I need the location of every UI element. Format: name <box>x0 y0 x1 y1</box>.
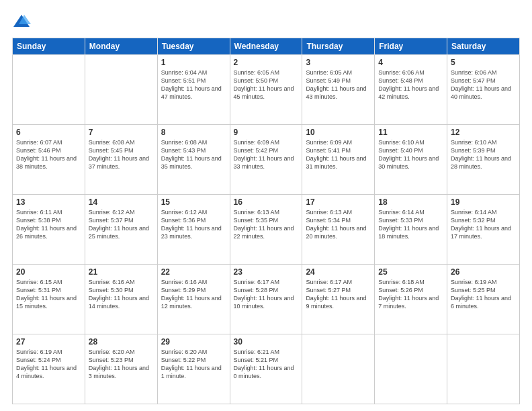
day-info: Sunrise: 6:12 AM Sunset: 5:37 PM Dayligh… <box>89 208 154 241</box>
calendar-cell: 21Sunrise: 6:16 AM Sunset: 5:30 PM Dayli… <box>85 265 157 334</box>
calendar-cell <box>375 334 447 404</box>
calendar-cell: 19Sunrise: 6:14 AM Sunset: 5:32 PM Dayli… <box>447 195 520 265</box>
day-info: Sunrise: 6:14 AM Sunset: 5:32 PM Dayligh… <box>451 208 516 241</box>
day-number: 5 <box>451 58 516 67</box>
day-info: Sunrise: 6:21 AM Sunset: 5:21 PM Dayligh… <box>234 348 299 381</box>
day-number: 3 <box>306 58 371 67</box>
day-info: Sunrise: 6:10 AM Sunset: 5:40 PM Dayligh… <box>378 138 443 171</box>
day-info: Sunrise: 6:05 AM Sunset: 5:50 PM Dayligh… <box>234 68 299 101</box>
calendar-cell: 16Sunrise: 6:13 AM Sunset: 5:35 PM Dayli… <box>230 195 302 265</box>
week-row-4: 27Sunrise: 6:19 AM Sunset: 5:24 PM Dayli… <box>13 334 520 404</box>
day-number: 7 <box>89 128 154 137</box>
calendar-cell: 5Sunrise: 6:06 AM Sunset: 5:47 PM Daylig… <box>447 55 520 125</box>
calendar-cell: 4Sunrise: 6:06 AM Sunset: 5:48 PM Daylig… <box>375 55 447 125</box>
day-number: 28 <box>89 337 154 347</box>
day-info: Sunrise: 6:19 AM Sunset: 5:25 PM Dayligh… <box>451 278 516 311</box>
day-number: 24 <box>306 267 371 277</box>
header-day-saturday: Saturday <box>447 38 520 55</box>
day-number: 25 <box>378 267 443 277</box>
day-info: Sunrise: 6:09 AM Sunset: 5:41 PM Dayligh… <box>306 138 371 171</box>
calendar-cell: 20Sunrise: 6:15 AM Sunset: 5:31 PM Dayli… <box>13 265 85 334</box>
calendar-body: 1Sunrise: 6:04 AM Sunset: 5:51 PM Daylig… <box>13 55 520 404</box>
day-number: 6 <box>16 128 81 137</box>
day-number: 27 <box>16 337 81 347</box>
day-number: 14 <box>89 197 154 207</box>
calendar-cell: 22Sunrise: 6:16 AM Sunset: 5:29 PM Dayli… <box>157 265 230 334</box>
calendar-cell: 2Sunrise: 6:05 AM Sunset: 5:50 PM Daylig… <box>230 55 302 125</box>
day-number: 29 <box>161 337 226 347</box>
calendar-cell: 30Sunrise: 6:21 AM Sunset: 5:21 PM Dayli… <box>230 334 302 404</box>
calendar-cell: 11Sunrise: 6:10 AM Sunset: 5:40 PM Dayli… <box>375 125 447 195</box>
week-row-0: 1Sunrise: 6:04 AM Sunset: 5:51 PM Daylig… <box>13 55 520 125</box>
day-info: Sunrise: 6:20 AM Sunset: 5:23 PM Dayligh… <box>89 348 154 381</box>
calendar-cell: 17Sunrise: 6:13 AM Sunset: 5:34 PM Dayli… <box>302 195 375 265</box>
calendar-cell: 6Sunrise: 6:07 AM Sunset: 5:46 PM Daylig… <box>13 125 85 195</box>
day-info: Sunrise: 6:17 AM Sunset: 5:27 PM Dayligh… <box>306 278 371 311</box>
calendar-cell: 12Sunrise: 6:10 AM Sunset: 5:39 PM Dayli… <box>447 125 520 195</box>
calendar-cell: 10Sunrise: 6:09 AM Sunset: 5:41 PM Dayli… <box>302 125 375 195</box>
header-day-monday: Monday <box>85 38 157 55</box>
day-info: Sunrise: 6:08 AM Sunset: 5:43 PM Dayligh… <box>161 138 226 171</box>
day-number: 18 <box>378 197 443 207</box>
day-number: 10 <box>306 128 371 137</box>
calendar-cell <box>302 334 375 404</box>
logo-icon <box>12 12 31 31</box>
day-number: 13 <box>16 197 81 207</box>
calendar-cell: 26Sunrise: 6:19 AM Sunset: 5:25 PM Dayli… <box>447 265 520 334</box>
day-number: 15 <box>161 197 226 207</box>
header-day-friday: Friday <box>375 38 447 55</box>
day-number: 1 <box>161 58 226 67</box>
calendar-cell: 28Sunrise: 6:20 AM Sunset: 5:23 PM Dayli… <box>85 334 157 404</box>
week-row-3: 20Sunrise: 6:15 AM Sunset: 5:31 PM Dayli… <box>13 265 520 334</box>
calendar-header: SundayMondayTuesdayWednesdayThursdayFrid… <box>13 38 520 55</box>
day-info: Sunrise: 6:16 AM Sunset: 5:30 PM Dayligh… <box>89 278 154 311</box>
calendar-table: SundayMondayTuesdayWednesdayThursdayFrid… <box>12 38 520 404</box>
day-info: Sunrise: 6:11 AM Sunset: 5:38 PM Dayligh… <box>16 208 81 241</box>
day-number: 17 <box>306 197 371 207</box>
page: SundayMondayTuesdayWednesdayThursdayFrid… <box>0 0 532 411</box>
day-info: Sunrise: 6:09 AM Sunset: 5:42 PM Dayligh… <box>234 138 299 171</box>
day-info: Sunrise: 6:16 AM Sunset: 5:29 PM Dayligh… <box>161 278 226 311</box>
week-row-2: 13Sunrise: 6:11 AM Sunset: 5:38 PM Dayli… <box>13 195 520 265</box>
day-number: 11 <box>378 128 443 137</box>
header-day-thursday: Thursday <box>302 38 375 55</box>
calendar-cell: 29Sunrise: 6:20 AM Sunset: 5:22 PM Dayli… <box>157 334 230 404</box>
day-info: Sunrise: 6:20 AM Sunset: 5:22 PM Dayligh… <box>161 348 226 381</box>
calendar-cell: 15Sunrise: 6:12 AM Sunset: 5:36 PM Dayli… <box>157 195 230 265</box>
header <box>12 12 520 31</box>
day-info: Sunrise: 6:13 AM Sunset: 5:34 PM Dayligh… <box>306 208 371 241</box>
day-number: 16 <box>234 197 299 207</box>
day-info: Sunrise: 6:08 AM Sunset: 5:45 PM Dayligh… <box>89 138 154 171</box>
day-info: Sunrise: 6:14 AM Sunset: 5:33 PM Dayligh… <box>378 208 443 241</box>
day-number: 30 <box>234 337 299 347</box>
header-day-wednesday: Wednesday <box>230 38 302 55</box>
calendar-cell: 25Sunrise: 6:18 AM Sunset: 5:26 PM Dayli… <box>375 265 447 334</box>
calendar-cell: 27Sunrise: 6:19 AM Sunset: 5:24 PM Dayli… <box>13 334 85 404</box>
day-number: 23 <box>234 267 299 277</box>
calendar-cell <box>447 334 520 404</box>
day-number: 21 <box>89 267 154 277</box>
calendar-cell: 18Sunrise: 6:14 AM Sunset: 5:33 PM Dayli… <box>375 195 447 265</box>
day-info: Sunrise: 6:10 AM Sunset: 5:39 PM Dayligh… <box>451 138 516 171</box>
header-day-sunday: Sunday <box>13 38 85 55</box>
day-number: 19 <box>451 197 516 207</box>
calendar-cell: 14Sunrise: 6:12 AM Sunset: 5:37 PM Dayli… <box>85 195 157 265</box>
day-number: 9 <box>234 128 299 137</box>
header-row: SundayMondayTuesdayWednesdayThursdayFrid… <box>13 38 520 55</box>
calendar-cell <box>85 55 157 125</box>
calendar-cell: 7Sunrise: 6:08 AM Sunset: 5:45 PM Daylig… <box>85 125 157 195</box>
calendar-cell: 3Sunrise: 6:05 AM Sunset: 5:49 PM Daylig… <box>302 55 375 125</box>
day-number: 12 <box>451 128 516 137</box>
day-info: Sunrise: 6:15 AM Sunset: 5:31 PM Dayligh… <box>16 278 81 311</box>
day-info: Sunrise: 6:17 AM Sunset: 5:28 PM Dayligh… <box>234 278 299 311</box>
day-info: Sunrise: 6:19 AM Sunset: 5:24 PM Dayligh… <box>16 348 81 381</box>
day-info: Sunrise: 6:12 AM Sunset: 5:36 PM Dayligh… <box>161 208 226 241</box>
calendar-cell: 9Sunrise: 6:09 AM Sunset: 5:42 PM Daylig… <box>230 125 302 195</box>
day-number: 22 <box>161 267 226 277</box>
calendar-cell <box>13 55 85 125</box>
calendar-cell: 8Sunrise: 6:08 AM Sunset: 5:43 PM Daylig… <box>157 125 230 195</box>
calendar-cell: 24Sunrise: 6:17 AM Sunset: 5:27 PM Dayli… <box>302 265 375 334</box>
day-info: Sunrise: 6:18 AM Sunset: 5:26 PM Dayligh… <box>378 278 443 311</box>
day-number: 4 <box>378 58 443 67</box>
day-info: Sunrise: 6:07 AM Sunset: 5:46 PM Dayligh… <box>16 138 81 171</box>
